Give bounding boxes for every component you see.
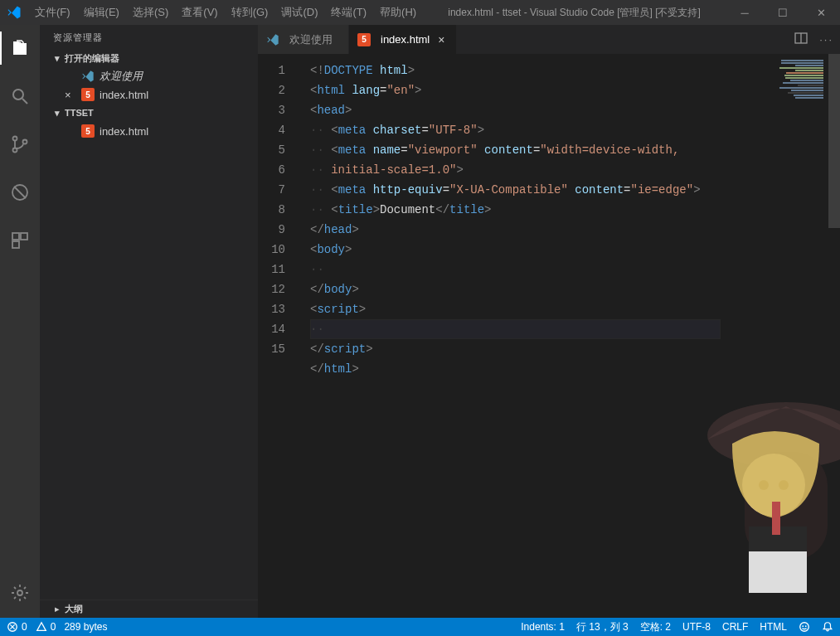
window-title: index.html - ttset - Visual Studio Code … (423, 6, 726, 20)
svg-point-4 (23, 140, 27, 144)
status-cursor[interactable]: 行 13，列 3 (576, 620, 629, 634)
more-actions-icon[interactable]: ··· (819, 33, 833, 46)
maximize-button[interactable]: ☐ (764, 0, 802, 25)
editor-tab[interactable]: 5index.html× (349, 25, 457, 54)
svg-point-26 (805, 625, 807, 627)
errors-count: 0 (22, 621, 27, 633)
code-line[interactable]: ·· <meta charset="UTF-8"> (310, 120, 779, 140)
bell-icon[interactable] (822, 621, 833, 633)
close-icon[interactable]: × (435, 33, 448, 46)
svg-point-10 (17, 590, 22, 595)
vertical-scrollbar[interactable] (828, 54, 840, 618)
extensions-icon[interactable] (0, 224, 40, 257)
file-label: 欢迎使用 (100, 69, 143, 84)
code-line[interactable]: </body> (310, 279, 779, 299)
minimap[interactable] (779, 54, 828, 618)
open-editor-item[interactable]: ×5index.html (40, 85, 258, 104)
open-editors-label: 打开的编辑器 (65, 52, 119, 65)
menu-item[interactable]: 转到(G) (225, 5, 275, 20)
menu-item[interactable]: 帮助(H) (373, 5, 423, 20)
svg-rect-7 (12, 233, 19, 240)
code-line[interactable]: <!DOCTYPE html> (310, 61, 779, 80)
menu-item[interactable]: 终端(T) (324, 5, 373, 20)
svg-rect-8 (21, 233, 27, 240)
code-line[interactable]: </html> (310, 359, 779, 379)
html-file-icon: 5 (81, 124, 95, 138)
settings-icon[interactable] (0, 576, 40, 609)
status-size[interactable]: 289 bytes (64, 621, 107, 633)
vscode-icon (81, 70, 95, 83)
source-control-icon[interactable] (0, 128, 40, 161)
code-line[interactable]: <script> (310, 299, 779, 319)
outline-section[interactable]: ▸ 大纲 (40, 600, 258, 618)
explorer-tree: ▾ 打开的编辑器 欢迎使用×5index.html ▾ TTSET 5index… (40, 49, 258, 600)
code-line[interactable]: ·· <meta http-equiv="X-UA-Compatible" co… (310, 180, 779, 200)
code-line[interactable]: ·· <meta name="viewport" content="width=… (310, 140, 779, 160)
code-line[interactable]: ·· (310, 260, 779, 279)
search-icon[interactable] (0, 80, 40, 113)
titlebar: 文件(F)编辑(E)选择(S)查看(V)转到(G)调试(D)终端(T)帮助(H)… (0, 0, 840, 25)
code-line[interactable]: ·· <title>Document</title> (310, 200, 779, 220)
editor-tab[interactable]: 欢迎使用 (258, 25, 349, 54)
menu-item[interactable]: 调试(D) (274, 5, 324, 20)
menu-item[interactable]: 文件(F) (28, 5, 77, 20)
code-line[interactable]: <html lang="en"> (310, 80, 779, 100)
svg-point-3 (13, 148, 17, 153)
chevron-down-icon: ▾ (51, 108, 63, 119)
svg-point-24 (800, 623, 809, 632)
status-warnings[interactable]: 0 (36, 621, 56, 633)
feedback-icon[interactable] (799, 621, 810, 633)
svg-point-0 (13, 90, 23, 100)
split-editor-icon[interactable] (794, 32, 808, 47)
tab-label: 欢迎使用 (289, 32, 333, 47)
menu-item[interactable]: 编辑(E) (77, 5, 126, 20)
scrollbar-thumb[interactable] (828, 54, 840, 228)
svg-point-25 (802, 625, 804, 627)
sidebar-title: 资源管理器 (40, 25, 258, 49)
html-file-icon: 5 (81, 88, 95, 101)
code-line[interactable]: <body> (310, 240, 779, 260)
code-line[interactable]: <head> (310, 100, 779, 120)
status-encoding[interactable]: UTF-8 (682, 621, 711, 633)
chevron-right-icon: ▸ (51, 604, 63, 614)
tab-bar: 欢迎使用5index.html× ··· (258, 25, 840, 54)
status-eol[interactable]: CRLF (722, 621, 748, 633)
html-file-icon: 5 (357, 33, 371, 46)
project-section[interactable]: ▾ TTSET (40, 104, 258, 122)
status-spaces[interactable]: 空格: 2 (640, 620, 671, 634)
open-editors-section[interactable]: ▾ 打开的编辑器 (40, 49, 258, 67)
close-icon[interactable]: × (65, 89, 78, 101)
code-editor[interactable]: 12345 6789101112131415 <!DOCTYPE html><h… (258, 54, 840, 618)
svg-line-1 (22, 99, 27, 104)
outline-label: 大纲 (65, 603, 83, 615)
project-file-item[interactable]: 5index.html (40, 122, 258, 140)
status-errors[interactable]: 0 (7, 621, 27, 633)
code-line[interactable]: </head> (310, 220, 779, 240)
warnings-count: 0 (51, 621, 56, 633)
chevron-down-icon: ▾ (51, 53, 63, 64)
statusbar: 0 0 289 bytes Indents: 1 行 13，列 3 空格: 2 … (0, 618, 840, 636)
code-line[interactable]: </script> (310, 339, 779, 359)
sidebar: 资源管理器 ▾ 打开的编辑器 欢迎使用×5index.html ▾ TTSET … (40, 25, 258, 618)
menu-item[interactable]: 选择(S) (126, 5, 175, 20)
line-gutter: 12345 6789101112131415 (258, 54, 300, 618)
explorer-icon[interactable] (0, 32, 40, 65)
editor-region: 欢迎使用5index.html× ··· 12345 6789101112131… (258, 25, 840, 618)
debug-icon[interactable] (0, 176, 40, 209)
file-label: index.html (100, 125, 148, 138)
code-content[interactable]: <!DOCTYPE html><html lang="en"><head>·· … (300, 54, 779, 618)
menu-item[interactable]: 查看(V) (175, 5, 224, 20)
code-line[interactable]: ·· initial-scale=1.0"> (310, 160, 779, 180)
window-controls: ─ ☐ ✕ (726, 0, 840, 25)
code-line[interactable]: ·· (310, 319, 721, 339)
minimize-button[interactable]: ─ (726, 0, 764, 25)
close-button[interactable]: ✕ (802, 0, 840, 25)
project-label: TTSET (65, 108, 94, 118)
status-indents[interactable]: Indents: 1 (521, 621, 565, 633)
status-lang[interactable]: HTML (760, 621, 787, 633)
svg-line-6 (14, 187, 26, 198)
activity-bar (0, 25, 40, 618)
svg-rect-9 (12, 241, 19, 248)
file-label: index.html (100, 89, 148, 101)
open-editor-item[interactable]: 欢迎使用 (40, 67, 258, 85)
